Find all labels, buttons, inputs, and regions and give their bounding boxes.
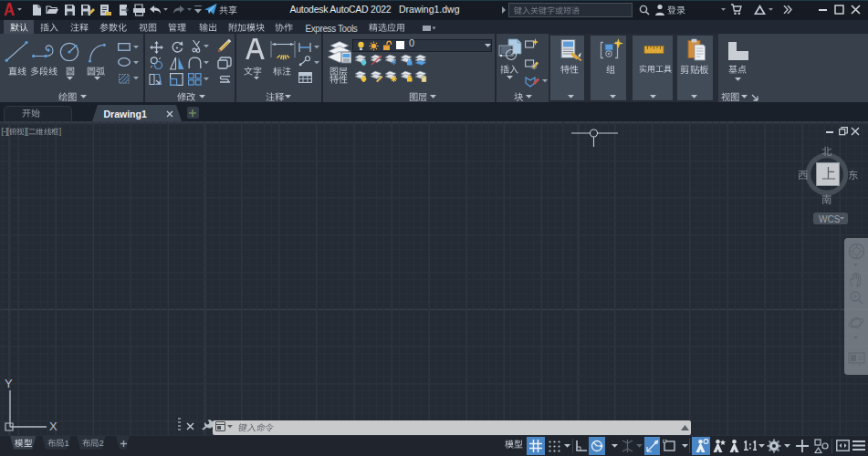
svg-text:Y: Y (5, 378, 13, 390)
